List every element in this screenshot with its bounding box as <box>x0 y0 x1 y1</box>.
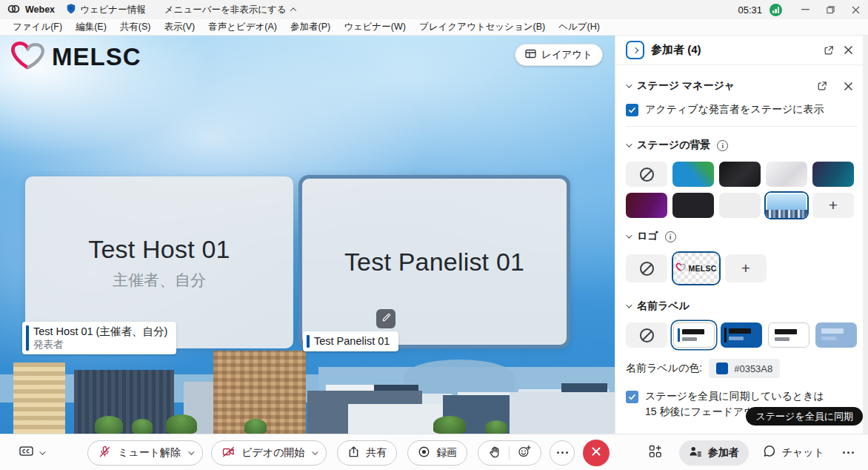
city-skyline <box>0 345 615 434</box>
chevron-down-icon[interactable] <box>626 302 632 308</box>
background-option-add[interactable]: + <box>812 193 854 218</box>
leave-x-icon <box>591 446 601 459</box>
background-option-cityscape-selected[interactable] <box>766 193 807 218</box>
chevron-down-icon[interactable] <box>626 82 632 87</box>
name-label-options <box>615 315 868 348</box>
menu-webinar[interactable]: ウェビナー(W) <box>337 19 413 36</box>
webinar-info-button[interactable]: ウェビナー情報 <box>60 0 153 19</box>
name-label-option-translucent[interactable] <box>815 322 857 348</box>
more-icon <box>557 451 568 454</box>
name-label-option-blue[interactable] <box>721 322 762 348</box>
divider <box>509 446 510 460</box>
more-options-button[interactable] <box>550 440 575 466</box>
background-option-none[interactable] <box>626 162 667 187</box>
background-option-silver[interactable] <box>766 162 807 187</box>
app-name: Webex <box>25 4 55 15</box>
chevron-up-icon <box>290 7 296 13</box>
menu-view[interactable]: 表示(V) <box>157 19 201 36</box>
sync-stage-button[interactable]: ステージを全員に同期 <box>746 407 863 426</box>
stage-manager-title: ステージ マネージャ <box>637 79 735 93</box>
maximize-button[interactable] <box>818 0 843 19</box>
plus-icon: + <box>741 259 750 277</box>
side-panel: 参加者 (4) ステージ マネージャ アクティブな発言者をス <box>615 36 868 434</box>
record-button[interactable]: 録画 <box>407 440 467 466</box>
layout-button[interactable]: レイアウト <box>515 44 603 66</box>
menu-share[interactable]: 共有(S) <box>113 19 158 36</box>
name-label-color-picker[interactable]: #0353A8 <box>709 359 780 378</box>
webex-window: Webex ウェビナー情報 メニューバーを非表示にする 05:31 ファイル(F… <box>0 0 868 470</box>
edit-name-label-button[interactable] <box>376 309 395 328</box>
background-title: ステージの背景 <box>637 139 710 152</box>
background-section-header: ステージの背景 i <box>615 136 868 154</box>
close-window-button[interactable] <box>843 0 868 19</box>
menu-participants[interactable]: 参加者(P) <box>284 19 337 36</box>
background-option-light-gray[interactable] <box>719 193 761 218</box>
name-label-option-white-plain[interactable] <box>768 322 809 348</box>
logo-options: MELSC + <box>615 245 868 284</box>
minimize-button[interactable] <box>792 0 818 19</box>
none-icon <box>640 262 654 276</box>
apps-button[interactable] <box>646 444 665 462</box>
logo-option-melsc-selected[interactable]: MELSC <box>673 253 719 284</box>
raise-hand-icon[interactable] <box>488 446 501 460</box>
background-option-purple[interactable] <box>626 193 667 218</box>
leave-meeting-button[interactable] <box>583 440 610 466</box>
video-tile-panelist[interactable]: Test Panelist 01 <box>298 175 570 348</box>
more-panels-button[interactable] <box>838 444 858 462</box>
chat-button[interactable]: チャット <box>763 445 824 460</box>
active-speaker-checkbox[interactable] <box>626 104 638 116</box>
sync-fade-checkbox[interactable] <box>626 391 638 403</box>
background-option-charcoal[interactable] <box>672 193 714 218</box>
name-label-section-header: 名前ラベル <box>615 297 868 315</box>
chat-icon <box>763 445 776 460</box>
info-icon[interactable]: i <box>717 140 728 151</box>
logo-option-none[interactable] <box>626 254 667 282</box>
melsc-heart-icon <box>9 40 47 74</box>
menu-breakout-sessions[interactable]: ブレイクアウトセッション(B) <box>413 19 552 36</box>
stage-brand-logo: MELSC <box>9 40 141 74</box>
webex-logo-icon <box>7 4 20 16</box>
apps-icon <box>649 445 662 461</box>
participants-title: 参加者 (4) <box>651 43 701 57</box>
reactions-pill <box>478 440 541 466</box>
closed-captions-button[interactable] <box>19 446 44 460</box>
chevron-down-icon[interactable] <box>626 141 632 147</box>
menu-file[interactable]: ファイル(F) <box>6 19 69 36</box>
tile-display-name: Test Panelist 01 <box>344 248 524 277</box>
cc-icon <box>19 446 34 460</box>
name-label-title: Test Host 01 (主催者、自分) <box>33 325 167 338</box>
popout-stage-manager-icon[interactable] <box>812 77 832 95</box>
menu-audio-video[interactable]: 音声とビデオ(A) <box>201 19 284 36</box>
name-label-option-none[interactable] <box>626 322 667 348</box>
chevron-down-icon <box>312 449 318 454</box>
collapse-panel-button[interactable] <box>626 41 644 59</box>
hide-menu-bar-button[interactable]: メニューバーを非表示にする <box>158 0 302 19</box>
background-option-black[interactable] <box>719 162 761 187</box>
chevron-down-icon <box>39 449 45 454</box>
pencil-icon <box>381 312 391 325</box>
chevron-down-icon <box>188 449 194 454</box>
menu-edit[interactable]: 編集(E) <box>69 19 113 36</box>
popout-panel-icon[interactable] <box>819 42 838 59</box>
logo-thumb-text: MELSC <box>688 264 716 273</box>
active-speaker-row: アクティブな発言者をステージに表示 <box>615 103 868 116</box>
background-option-ocean[interactable] <box>672 162 714 187</box>
close-panel-icon[interactable] <box>838 42 858 59</box>
stage-manager-header: ステージ マネージャ <box>615 77 868 95</box>
record-icon <box>418 446 430 460</box>
start-video-button[interactable]: ビデオの開始 <box>211 440 327 466</box>
info-icon[interactable]: i <box>665 231 676 242</box>
chevron-down-icon[interactable] <box>626 232 632 238</box>
name-label-panelist: Test Panelist 01 <box>303 331 398 351</box>
menu-help[interactable]: ヘルプ(H) <box>552 19 607 36</box>
participants-button[interactable]: 参加者 <box>679 440 749 466</box>
unmute-button[interactable]: ミュート解除 <box>87 440 203 466</box>
share-button[interactable]: 共有 <box>337 440 397 466</box>
reactions-icon[interactable] <box>518 445 531 460</box>
name-label-option-white-bar-selected[interactable] <box>673 322 715 348</box>
background-option-dark-teal[interactable] <box>812 162 854 187</box>
panel-scrollbar[interactable] <box>863 36 868 434</box>
mic-off-icon <box>98 445 112 461</box>
close-stage-manager-icon[interactable] <box>838 77 858 95</box>
logo-option-add[interactable]: + <box>725 254 767 282</box>
